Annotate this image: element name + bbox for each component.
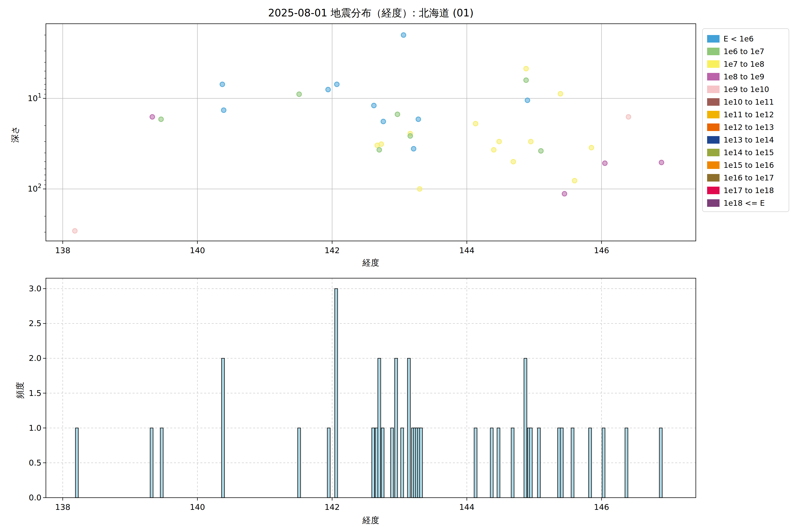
- scatter-point: [589, 146, 594, 150]
- histogram-bar: [391, 428, 394, 498]
- scatter-point: [525, 98, 530, 102]
- histogram-bar: [75, 428, 78, 498]
- scatter-point: [539, 149, 543, 153]
- legend-item: 1e6 to 1e7: [703, 45, 789, 58]
- legend-label: 1e9 to 1e10: [723, 85, 769, 94]
- scatter-point: [381, 119, 386, 124]
- y-tick-label: 1.5: [29, 388, 41, 398]
- histogram-bar: [659, 428, 662, 498]
- histogram-bar: [560, 428, 563, 498]
- legend-item: 1e8 to 1e9: [703, 70, 789, 83]
- y-tick-label: 1.0: [29, 423, 41, 433]
- legend-item: 1e12 to 1e13: [703, 121, 789, 133]
- legend-label: 1e11 to 1e12: [723, 110, 774, 119]
- legend-label: E < 1e6: [723, 34, 754, 43]
- y-tick-label: 0.5: [29, 458, 41, 467]
- legend-label: 1e8 to 1e9: [723, 72, 764, 81]
- x-tick-label: 142: [324, 246, 340, 255]
- scatter-point: [297, 92, 302, 97]
- histogram-bar: [524, 358, 527, 498]
- histogram-bar: [160, 428, 163, 498]
- legend-label: 1e13 to 1e14: [723, 135, 774, 144]
- scatter-point: [603, 161, 607, 166]
- histogram-bar: [490, 428, 493, 498]
- histogram-x-axis-label: 経度: [46, 515, 696, 526]
- scatter-point: [416, 117, 421, 121]
- scatter-point: [497, 139, 501, 144]
- legend-swatch: [707, 187, 720, 194]
- scatter-point: [222, 108, 226, 112]
- legend-swatch: [707, 98, 720, 106]
- scatter-point: [379, 142, 384, 147]
- legend-swatch: [707, 174, 720, 182]
- histogram-bar: [497, 428, 500, 498]
- legend-swatch: [707, 149, 720, 156]
- scatter-frame: [46, 24, 696, 241]
- histogram-y-axis-label: 頻度: [14, 377, 26, 404]
- y-tick-label: 2.5: [29, 319, 41, 328]
- legend-swatch: [707, 136, 720, 144]
- legend-item: 1e18 <= E: [703, 197, 789, 209]
- histogram-bar: [602, 428, 605, 498]
- legend-swatch: [707, 86, 720, 93]
- y-tick-label: 102: [28, 183, 41, 193]
- scatter-point: [377, 147, 381, 152]
- y-tick-label: 2.0: [29, 354, 41, 363]
- legend-item: 1e16 to 1e17: [703, 171, 789, 184]
- figure-title: 2025-08-01 地震分布（経度）: 北海道 (01): [46, 6, 696, 20]
- legend-label: 1e14 to 1e15: [723, 148, 774, 157]
- scatter-point: [335, 82, 339, 87]
- y-tick-label: 0.0: [29, 493, 41, 502]
- legend-label: 1e15 to 1e16: [723, 161, 774, 170]
- scatter-point: [524, 66, 529, 71]
- x-tick-label: 144: [459, 246, 475, 255]
- scatter-point: [572, 178, 577, 183]
- histogram-bar: [372, 428, 375, 498]
- histogram-frame: [46, 278, 696, 498]
- legend-label: 1e6 to 1e7: [723, 47, 764, 56]
- histogram-bar: [395, 358, 397, 498]
- figure: 1381401421441461011021381401421441460.00…: [0, 0, 798, 532]
- legend-label: 1e7 to 1e8: [723, 60, 764, 69]
- legend-item: 1e11 to 1e12: [703, 108, 789, 121]
- scatter-point: [529, 139, 533, 144]
- scatter-point: [326, 87, 330, 92]
- y-tick-label: 101: [28, 92, 41, 103]
- legend-item: 1e13 to 1e14: [703, 133, 789, 146]
- legend-swatch: [707, 60, 720, 68]
- legend-label: 1e17 to 1e18: [723, 186, 774, 195]
- x-tick-label: 146: [594, 246, 609, 255]
- scatter-point: [73, 229, 77, 233]
- histogram-bar: [222, 358, 225, 498]
- legend-item: 1e9 to 1e10: [703, 83, 789, 96]
- scatter-point: [524, 78, 529, 82]
- scatter-point: [220, 82, 225, 87]
- legend-swatch: [707, 35, 720, 42]
- histogram-bar: [625, 428, 628, 498]
- histogram-bar: [589, 428, 591, 498]
- legend-item: 1e14 to 1e15: [703, 146, 789, 159]
- scatter-y-axis-label: 深さ: [10, 121, 21, 148]
- scatter-point: [562, 191, 567, 196]
- histogram-bar: [381, 428, 384, 498]
- scatter-point: [417, 187, 422, 191]
- scatter-point: [491, 147, 496, 152]
- scatter-point: [372, 103, 376, 108]
- histogram-bar: [298, 428, 301, 498]
- scatter-point: [395, 112, 400, 117]
- legend-swatch: [707, 199, 720, 207]
- scatter-point: [626, 115, 631, 119]
- scatter-point: [150, 115, 155, 119]
- legend-item: 1e17 to 1e18: [703, 184, 789, 197]
- histogram-bar: [335, 289, 338, 498]
- legend-label: 1e16 to 1e17: [723, 173, 774, 182]
- histogram-bar: [150, 428, 153, 498]
- scatter-x-axis-label: 経度: [46, 257, 696, 268]
- x-tick-label: 138: [55, 246, 71, 255]
- legend-item: 1e15 to 1e16: [703, 159, 789, 171]
- histogram-bar: [537, 428, 540, 498]
- histogram-bar: [511, 428, 514, 498]
- legend-swatch: [707, 124, 720, 131]
- legend-label: 1e18 <= E: [723, 198, 765, 208]
- scatter-point: [408, 134, 413, 138]
